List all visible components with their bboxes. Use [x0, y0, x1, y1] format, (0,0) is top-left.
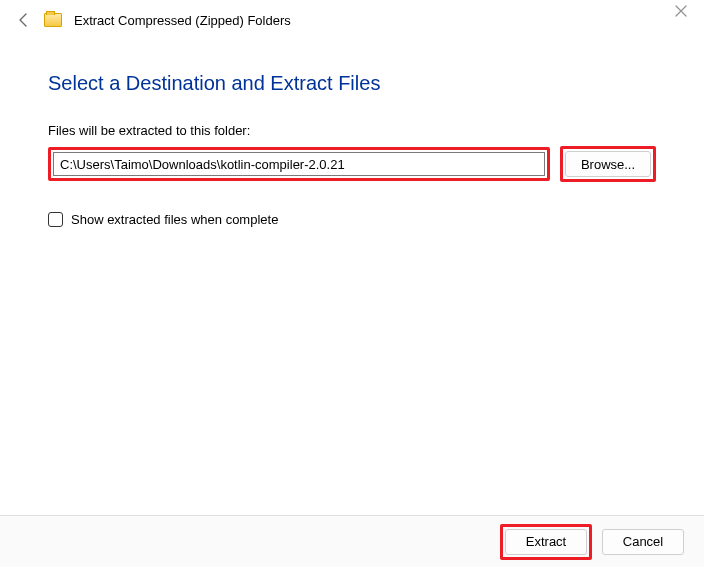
path-label: Files will be extracted to this folder:	[48, 123, 656, 138]
path-highlight	[48, 147, 550, 181]
path-row: Browse...	[48, 146, 656, 182]
show-files-checkbox[interactable]	[48, 212, 63, 227]
footer-bar: Extract Cancel	[0, 515, 704, 567]
title-bar: Extract Compressed (Zipped) Folders	[0, 0, 704, 36]
cancel-button[interactable]: Cancel	[602, 529, 684, 555]
extract-highlight: Extract	[500, 524, 592, 560]
browse-highlight: Browse...	[560, 146, 656, 182]
back-arrow-icon[interactable]	[16, 12, 32, 28]
window-title: Extract Compressed (Zipped) Folders	[74, 13, 291, 28]
show-files-checkbox-row: Show extracted files when complete	[48, 212, 656, 227]
close-icon[interactable]	[674, 4, 688, 22]
browse-button[interactable]: Browse...	[565, 151, 651, 177]
extract-button[interactable]: Extract	[505, 529, 587, 555]
page-heading: Select a Destination and Extract Files	[48, 72, 656, 95]
content-area: Select a Destination and Extract Files F…	[0, 36, 704, 227]
destination-path-input[interactable]	[53, 152, 545, 176]
folder-zip-icon	[44, 13, 62, 27]
show-files-label: Show extracted files when complete	[71, 212, 278, 227]
